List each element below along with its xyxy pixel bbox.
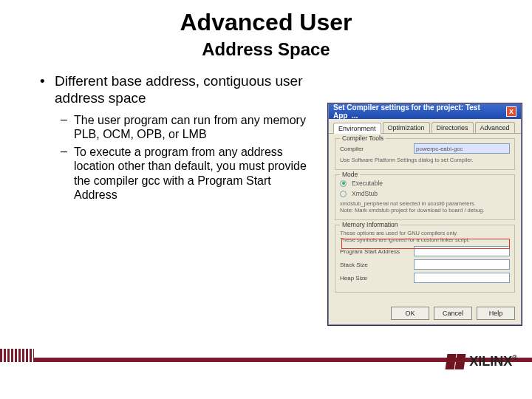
dialog-body: Compiler Tools Compiler powerpc-eabi-gcc… xyxy=(329,134,521,301)
footer-pattern xyxy=(0,349,34,362)
compiler-label: Compiler xyxy=(340,146,411,152)
logo-reg-mark: ® xyxy=(512,354,517,361)
cancel-button[interactable]: Cancel xyxy=(434,307,472,320)
logo-name: XILINX xyxy=(469,354,512,369)
dialog-titlebar: Set Compiler settings for the project: T… xyxy=(329,104,521,119)
mode-note: xmdstub_peripheral not selected in ucosi… xyxy=(340,200,510,207)
group-mode: Mode Executable XmdStub xmdstub_peripher… xyxy=(335,174,515,220)
compiler-value: powerpc-eabi-gcc xyxy=(414,143,510,154)
slide-subtitle: Address Space xyxy=(0,39,532,60)
highlight-box xyxy=(341,239,510,249)
tab-optimization[interactable]: Optimization xyxy=(383,122,430,133)
xilinx-logo: XILINX® xyxy=(446,354,517,369)
xilinx-logo-icon xyxy=(446,354,466,369)
content-area: • Different base address, contiguous use… xyxy=(40,73,313,202)
bullet-text: Different base address, contiguous user … xyxy=(55,73,313,107)
tab-directories[interactable]: Directories xyxy=(432,122,474,133)
radio-xmdstub[interactable] xyxy=(340,191,347,197)
mem-note: These options are used for GNU compilers… xyxy=(340,230,510,236)
tab-environment[interactable]: Environment xyxy=(333,123,381,134)
heap-size-input[interactable] xyxy=(414,273,510,283)
compiler-note: Use Software Platform Settings dialog to… xyxy=(340,157,510,163)
stack-size-input[interactable] xyxy=(414,259,510,270)
radio-executable[interactable] xyxy=(340,180,347,187)
sub-bullet-item: – The user program can run from any memo… xyxy=(61,113,313,142)
sub-bullet-item: – To execute a program from any address … xyxy=(61,145,313,202)
slide-title: Advanced User xyxy=(0,9,532,36)
stack-size-label: Stack Size xyxy=(340,262,411,268)
logo-text: XILINX® xyxy=(469,354,517,369)
compiler-settings-dialog: Set Compiler settings for the project: T… xyxy=(328,103,522,325)
bullet-item: • Different base address, contiguous use… xyxy=(40,73,313,107)
sub-bullet-marker: – xyxy=(61,113,74,142)
group-memory-info: Memory Information These options are use… xyxy=(335,225,515,293)
tab-advanced[interactable]: Advanced xyxy=(475,122,515,133)
group-label: Mode xyxy=(340,171,360,178)
help-button[interactable]: Help xyxy=(477,307,515,320)
ok-button[interactable]: OK xyxy=(391,307,429,320)
group-label: Memory Information xyxy=(340,221,400,228)
group-label: Compiler Tools xyxy=(340,134,386,142)
mode-xmdstub-label: XmdStub xyxy=(352,190,378,197)
dialog-title-text: Set Compiler settings for the project: T… xyxy=(333,103,506,120)
mode-executable-label: Executable xyxy=(352,180,383,187)
group-compiler-tools: Compiler Tools Compiler powerpc-eabi-gcc… xyxy=(335,138,515,170)
sub-bullet-text: To execute a program from any address lo… xyxy=(74,145,313,202)
sub-bullet-text: The user program can run from any memory… xyxy=(74,113,313,142)
dialog-tabs: Environment Optimization Directories Adv… xyxy=(329,119,521,134)
bullet-marker: • xyxy=(40,73,55,107)
mode-note: Note: Mark xmdstub project for download … xyxy=(340,207,510,214)
close-icon[interactable]: X xyxy=(506,106,516,117)
sub-bullet-marker: – xyxy=(61,145,74,202)
heap-size-label: Heap Size xyxy=(340,275,411,282)
dialog-button-row: OK Cancel Help xyxy=(391,307,515,320)
sub-bullet-list: – The user program can run from any memo… xyxy=(61,113,313,202)
